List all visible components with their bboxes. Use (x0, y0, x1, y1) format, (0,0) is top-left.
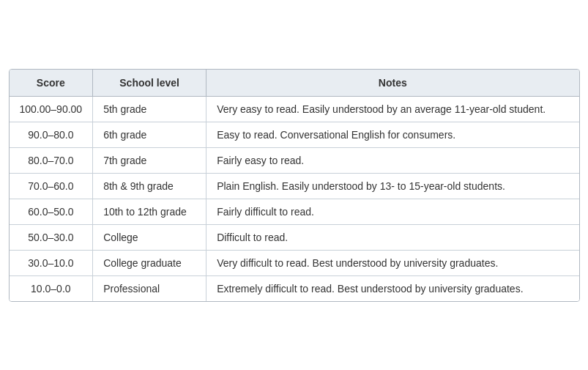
cell-notes: Fairly difficult to read. (206, 199, 579, 224)
header-score: Score (10, 70, 93, 97)
cell-school-level: 5th grade (93, 96, 206, 122)
table-row: 80.0–70.07th gradeFairly easy to read. (10, 147, 579, 173)
cell-score: 30.0–10.0 (10, 250, 93, 275)
cell-school-level: College graduate (93, 250, 206, 275)
cell-school-level: 6th grade (93, 122, 206, 147)
cell-notes: Very easy to read. Easily understood by … (206, 96, 579, 122)
cell-school-level: 7th grade (93, 147, 206, 173)
table-row: 10.0–0.0ProfessionalExtremely difficult … (10, 275, 579, 301)
cell-score: 60.0–50.0 (10, 199, 93, 224)
cell-score: 100.00–90.00 (10, 96, 93, 122)
cell-school-level: 10th to 12th grade (93, 199, 206, 224)
header-school-level: School level (93, 70, 206, 97)
table-header-row: Score School level Notes (10, 70, 579, 97)
table-row: 30.0–10.0College graduateVery difficult … (10, 250, 579, 275)
cell-notes: Difficult to read. (206, 224, 579, 250)
cell-school-level: Professional (93, 275, 206, 301)
cell-notes: Easy to read. Conversational English for… (206, 122, 579, 147)
cell-score: 80.0–70.0 (10, 147, 93, 173)
table-row: 90.0–80.06th gradeEasy to read. Conversa… (10, 122, 579, 147)
cell-notes: Very difficult to read. Best understood … (206, 250, 579, 275)
cell-school-level: College (93, 224, 206, 250)
cell-notes: Fairly easy to read. (206, 147, 579, 173)
header-notes: Notes (206, 70, 579, 97)
table-row: 100.00–90.005th gradeVery easy to read. … (10, 96, 579, 122)
table-row: 60.0–50.010th to 12th gradeFairly diffic… (10, 199, 579, 224)
table-row: 70.0–60.08th & 9th gradePlain English. E… (10, 173, 579, 199)
table-row: 50.0–30.0CollegeDifficult to read. (10, 224, 579, 250)
cell-notes: Extremely difficult to read. Best unders… (206, 275, 579, 301)
cell-score: 90.0–80.0 (10, 122, 93, 147)
cell-score: 50.0–30.0 (10, 224, 93, 250)
cell-school-level: 8th & 9th grade (93, 173, 206, 199)
cell-score: 10.0–0.0 (10, 275, 93, 301)
flesch-reading-table: Score School level Notes 100.00–90.005th… (9, 69, 580, 302)
cell-notes: Plain English. Easily understood by 13- … (206, 173, 579, 199)
cell-score: 70.0–60.0 (10, 173, 93, 199)
